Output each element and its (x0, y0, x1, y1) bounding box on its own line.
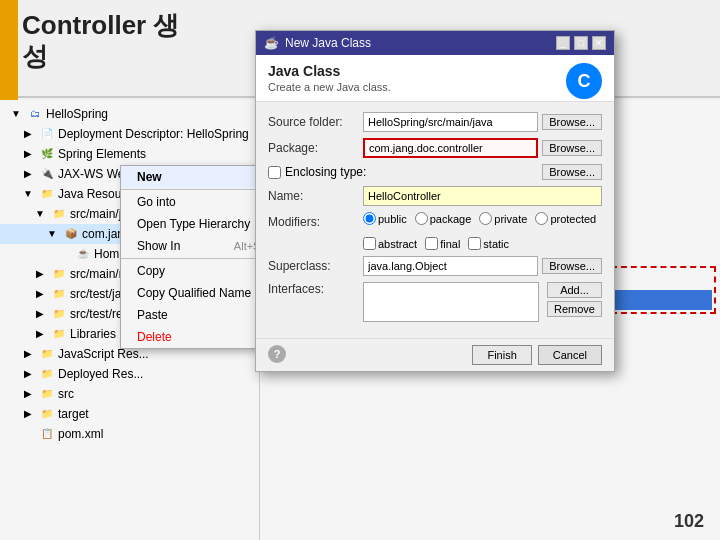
expand-icon: ▼ (20, 186, 36, 202)
tree-item-spring[interactable]: ▶ 🌿 Spring Elements (0, 144, 259, 164)
package-browse[interactable]: Browse... (542, 140, 602, 156)
source-folder-label: Source folder: (268, 115, 363, 129)
tree-item-src[interactable]: ▶ 📁 src (0, 384, 259, 404)
close-button[interactable]: ✕ (592, 36, 606, 50)
dialog-subtitle: Java Class (268, 63, 602, 79)
modifier-package[interactable]: package (415, 212, 472, 225)
ws-icon: 🔌 (39, 166, 55, 182)
label: Paste (137, 308, 168, 322)
expand-icon: ▶ (20, 146, 36, 162)
page-number: 102 (674, 511, 704, 532)
superclass-browse[interactable]: Browse... (542, 258, 602, 274)
modifier-private[interactable]: private (479, 212, 527, 225)
cancel-button[interactable]: Cancel (538, 345, 602, 365)
label: Delete (137, 330, 172, 344)
abstract-checkbox[interactable]: abstract (363, 237, 417, 250)
help-icon[interactable]: ? (268, 345, 286, 363)
folder-icon: 📁 (51, 206, 67, 222)
expand-icon (20, 426, 36, 442)
expand-icon: ▶ (32, 306, 48, 322)
enclosing-type-row: Enclosing type: Browse... (268, 164, 602, 180)
expand-icon: ▶ (20, 166, 36, 182)
package-label: Package: (268, 141, 363, 155)
source-folder-input[interactable] (363, 112, 538, 132)
remove-interface-button[interactable]: Remove (547, 301, 602, 317)
tree-label: target (58, 407, 89, 421)
folder-icon: 📁 (39, 406, 55, 422)
tree-item-deployed-res[interactable]: ▶ 📁 Deployed Res... (0, 364, 259, 384)
expand-icon: ▼ (8, 106, 24, 122)
interfaces-list (363, 282, 539, 322)
expand-icon (56, 246, 72, 262)
label: Open Type Hierarchy (137, 217, 250, 231)
label: Show In (137, 239, 180, 253)
expand-icon: ▶ (20, 386, 36, 402)
folder-icon: 📁 (39, 346, 55, 362)
enclosing-label: Enclosing type: (285, 165, 366, 179)
superclass-row: Superclass: Browse... (268, 256, 602, 276)
folder-icon: 📁 (39, 386, 55, 402)
java-icon: ☕ (75, 246, 91, 262)
final-checkbox[interactable]: final (425, 237, 460, 250)
expand-icon: ▶ (20, 406, 36, 422)
enclosing-checkbox[interactable] (268, 166, 281, 179)
maximize-button[interactable]: □ (574, 36, 588, 50)
label: Go into (137, 195, 176, 209)
accent-bar (0, 0, 18, 100)
folder-icon: 📁 (51, 306, 67, 322)
enclosing-browse[interactable]: Browse... (542, 164, 602, 180)
package-input[interactable] (363, 138, 538, 158)
expand-icon: ▶ (32, 326, 48, 342)
dialog-description: Create a new Java class. (268, 81, 602, 93)
deploy-icon: 📄 (39, 126, 55, 142)
tree-item-deployment[interactable]: ▶ 📄 Deployment Descriptor: HelloSpring (0, 124, 259, 144)
expand-icon: ▶ (32, 286, 48, 302)
tree-label: Deployment Descriptor: HelloSpring (58, 127, 249, 141)
name-label: Name: (268, 189, 363, 203)
slide-title: Controller 생 성 (22, 10, 179, 72)
tree-label: pom.xml (58, 427, 103, 441)
title-line1: Controller 생 (22, 10, 179, 41)
source-folder-browse[interactable]: Browse... (542, 114, 602, 130)
source-folder-row: Source folder: Browse... (268, 112, 602, 132)
modifiers-label: Modifiers: (268, 215, 363, 229)
minimize-button[interactable]: _ (556, 36, 570, 50)
expand-icon: ▶ (20, 346, 36, 362)
dialog-icon-small: ☕ (264, 36, 279, 50)
superclass-label: Superclass: (268, 259, 363, 273)
tree-label: HelloSpring (46, 107, 108, 121)
interfaces-buttons: Add... Remove (543, 282, 602, 317)
tree-label: Libraries (70, 327, 116, 341)
title-line2: 성 (22, 41, 179, 72)
dialog-header: C Java Class Create a new Java class. (256, 55, 614, 102)
dialog-footer: ? Finish Cancel (256, 338, 614, 371)
label: Copy Qualified Name (137, 286, 251, 300)
folder-icon: 📁 (51, 286, 67, 302)
static-checkbox[interactable]: static (468, 237, 509, 250)
folder-icon: 📁 (39, 186, 55, 202)
modifier-protected[interactable]: protected (535, 212, 596, 225)
modifier-checkboxes-row: abstract final static (268, 237, 602, 250)
tree-item-hello-spring[interactable]: ▼ 🗂 HelloSpring (0, 104, 259, 124)
modifier-public[interactable]: public (363, 212, 407, 225)
dialog-body: Source folder: Browse... Package: Browse… (256, 102, 614, 338)
finish-button[interactable]: Finish (472, 345, 531, 365)
name-input[interactable] (363, 186, 602, 206)
expand-icon: ▶ (32, 266, 48, 282)
interfaces-label: Interfaces: (268, 282, 363, 296)
expand-icon: ▶ (20, 126, 36, 142)
package-row: Package: Browse... (268, 138, 602, 158)
context-menu-new-label: New (137, 170, 162, 184)
folder-icon: 📁 (51, 266, 67, 282)
tree-item-pom-xml[interactable]: 📋 pom.xml (0, 424, 259, 444)
project-icon: 🗂 (27, 106, 43, 122)
tree-label: Spring Elements (58, 147, 146, 161)
folder-icon: 📁 (39, 366, 55, 382)
add-interface-button[interactable]: Add... (547, 282, 602, 298)
name-row: Name: (268, 186, 602, 206)
tree-item-target[interactable]: ▶ 📁 target (0, 404, 259, 424)
package-icon: 📦 (63, 226, 79, 242)
dialog-title-label: New Java Class (285, 36, 371, 50)
expand-icon: ▼ (44, 226, 60, 242)
superclass-input[interactable] (363, 256, 538, 276)
